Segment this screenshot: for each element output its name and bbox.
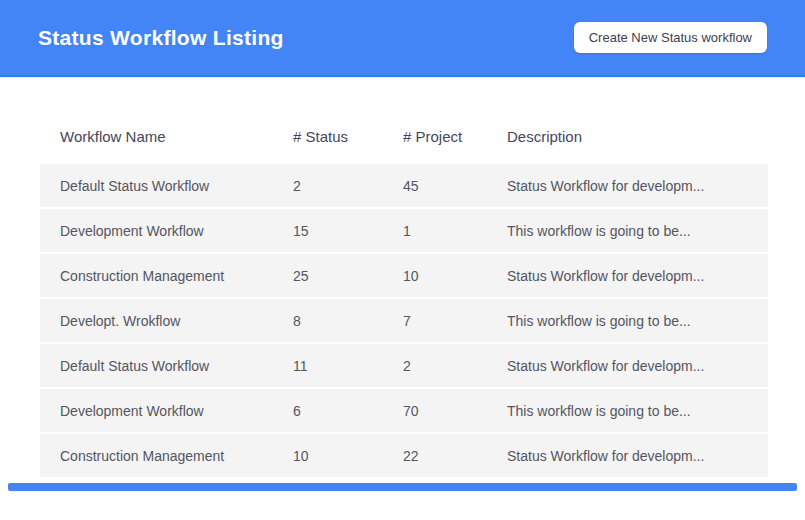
column-header-status-count: # Status [293, 128, 403, 145]
project-count-cell: 10 [403, 268, 507, 284]
project-count-cell: 7 [403, 313, 507, 329]
table-row[interactable]: Construction Management 25 10 Status Wor… [40, 254, 768, 297]
table-row[interactable]: Development Workflow 15 1 This workflow … [40, 209, 768, 252]
status-count-cell: 10 [293, 448, 403, 464]
column-header-workflow-name: Workflow Name [60, 128, 293, 145]
project-count-cell: 45 [403, 178, 507, 194]
description-cell: Status Workflow for developm... [507, 448, 768, 464]
table-row[interactable]: Default Status Workflow 2 45 Status Work… [40, 164, 768, 207]
column-header-project-count: # Project [403, 128, 507, 145]
page: Status Workflow Listing Create New Statu… [0, 0, 805, 520]
table-row[interactable]: Developt. Wrokflow 8 7 This workflow is … [40, 299, 768, 342]
workflow-name-cell: Default Status Workflow [60, 178, 293, 194]
workflow-name-cell: Development Workflow [60, 223, 293, 239]
workflow-name-cell: Developt. Wrokflow [60, 313, 293, 329]
status-count-cell: 8 [293, 313, 403, 329]
project-count-cell: 1 [403, 223, 507, 239]
table-row[interactable]: Development Workflow 6 70 This workflow … [40, 389, 768, 432]
page-title: Status Workflow Listing [38, 26, 284, 50]
project-count-cell: 2 [403, 358, 507, 374]
description-cell: Status Workflow for developm... [507, 178, 768, 194]
project-count-cell: 70 [403, 403, 507, 419]
project-count-cell: 22 [403, 448, 507, 464]
status-count-cell: 2 [293, 178, 403, 194]
table-header-row: Workflow Name # Status # Project Descrip… [40, 77, 768, 164]
footer-bar [8, 483, 797, 491]
description-cell: Status Workflow for developm... [507, 268, 768, 284]
status-count-cell: 15 [293, 223, 403, 239]
workflow-name-cell: Default Status Workflow [60, 358, 293, 374]
table-row[interactable]: Default Status Workflow 11 2 Status Work… [40, 344, 768, 387]
workflow-name-cell: Development Workflow [60, 403, 293, 419]
app-header: Status Workflow Listing Create New Statu… [0, 0, 805, 77]
status-count-cell: 6 [293, 403, 403, 419]
workflow-name-cell: Construction Management [60, 448, 293, 464]
create-new-status-workflow-button[interactable]: Create New Status workflow [574, 22, 767, 53]
description-cell: This workflow is going to be... [507, 223, 768, 239]
description-cell: Status Workflow for developm... [507, 358, 768, 374]
table-row[interactable]: Construction Management 10 22 Status Wor… [40, 434, 768, 477]
workflow-name-cell: Construction Management [60, 268, 293, 284]
column-header-description: Description [507, 128, 768, 145]
status-count-cell: 25 [293, 268, 403, 284]
workflow-table: Workflow Name # Status # Project Descrip… [0, 77, 805, 477]
description-cell: This workflow is going to be... [507, 313, 768, 329]
description-cell: This workflow is going to be... [507, 403, 768, 419]
status-count-cell: 11 [293, 358, 403, 374]
